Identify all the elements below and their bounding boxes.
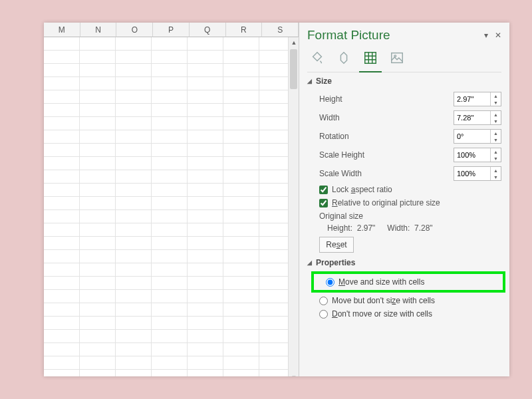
cell[interactable]: [44, 77, 80, 90]
scale-height-value[interactable]: [454, 148, 490, 162]
spin-down-icon[interactable]: ▼: [491, 136, 501, 143]
cell[interactable]: [188, 90, 223, 104]
cell[interactable]: [80, 343, 116, 356]
cell[interactable]: [44, 263, 80, 277]
cell[interactable]: [259, 117, 288, 130]
spin-down-icon[interactable]: ▼: [491, 99, 501, 106]
cell[interactable]: [152, 170, 188, 184]
panel-close-icon[interactable]: ✕: [495, 31, 501, 40]
cell[interactable]: [188, 144, 223, 157]
properties-section-header[interactable]: ◢ Properties: [307, 258, 501, 267]
cell[interactable]: [259, 77, 288, 90]
cell[interactable]: [152, 117, 188, 130]
cell[interactable]: [223, 157, 259, 170]
cell[interactable]: [223, 223, 259, 237]
cell[interactable]: [259, 290, 288, 303]
cell[interactable]: [116, 343, 152, 356]
cell[interactable]: [259, 130, 288, 144]
move-no-size-radio[interactable]: [319, 297, 328, 305]
cell[interactable]: [116, 90, 152, 104]
cell[interactable]: [44, 277, 80, 290]
effects-tab-icon[interactable]: [335, 49, 352, 66]
spin-up-icon[interactable]: ▲: [491, 148, 501, 155]
cell[interactable]: [188, 37, 223, 51]
height-value[interactable]: [454, 92, 490, 106]
cell[interactable]: [44, 64, 80, 77]
cell[interactable]: [188, 356, 223, 370]
cell[interactable]: [188, 51, 223, 64]
cell[interactable]: [223, 90, 259, 104]
cell[interactable]: [152, 277, 188, 290]
cell[interactable]: [152, 51, 188, 64]
cell[interactable]: [44, 37, 80, 51]
cell[interactable]: [80, 370, 116, 376]
cell[interactable]: [188, 303, 223, 317]
cell[interactable]: [116, 263, 152, 277]
cell[interactable]: [80, 130, 116, 144]
cell[interactable]: [116, 170, 152, 184]
cell[interactable]: [44, 51, 80, 64]
cell[interactable]: [116, 104, 152, 117]
cell[interactable]: [259, 317, 288, 330]
cell[interactable]: [188, 117, 223, 130]
spin-up-icon[interactable]: ▲: [491, 92, 501, 99]
cell[interactable]: [116, 223, 152, 237]
cell[interactable]: [223, 197, 259, 210]
cell[interactable]: [223, 37, 259, 51]
cell[interactable]: [259, 144, 288, 157]
cell[interactable]: [259, 157, 288, 170]
cell[interactable]: [188, 104, 223, 117]
cell[interactable]: [188, 290, 223, 303]
cell[interactable]: [259, 303, 288, 317]
spin-down-icon[interactable]: ▼: [491, 155, 501, 162]
cell[interactable]: [223, 330, 259, 343]
cell[interactable]: [223, 237, 259, 250]
cell[interactable]: [259, 64, 288, 77]
column-header[interactable]: N: [80, 23, 117, 37]
cell[interactable]: [44, 197, 80, 210]
cell[interactable]: [223, 77, 259, 90]
cell[interactable]: [80, 223, 116, 237]
cell[interactable]: [152, 263, 188, 277]
cell[interactable]: [80, 303, 116, 317]
cell[interactable]: [223, 210, 259, 223]
height-input[interactable]: ▲▼: [454, 92, 501, 106]
cell[interactable]: [44, 170, 80, 184]
scroll-thumb[interactable]: [290, 49, 297, 89]
cell[interactable]: [223, 370, 259, 376]
cell[interactable]: [188, 157, 223, 170]
picture-tab-icon[interactable]: [388, 49, 406, 66]
cell[interactable]: [80, 90, 116, 104]
cell[interactable]: [188, 197, 223, 210]
cell[interactable]: [80, 104, 116, 117]
cell[interactable]: [223, 51, 259, 64]
cell[interactable]: [80, 117, 116, 130]
spin-down-icon[interactable]: ▼: [491, 174, 501, 180]
cell[interactable]: [80, 144, 116, 157]
cell[interactable]: [188, 263, 223, 277]
vertical-scrollbar[interactable]: ▲ ▼: [288, 37, 299, 376]
scale-width-value[interactable]: [454, 167, 490, 180]
rotation-value[interactable]: [454, 130, 490, 143]
cell[interactable]: [152, 343, 188, 356]
cell[interactable]: [223, 184, 259, 197]
cell[interactable]: [80, 51, 116, 64]
cell[interactable]: [116, 303, 152, 317]
cell[interactable]: [116, 64, 152, 77]
cell[interactable]: [152, 197, 188, 210]
cell[interactable]: [116, 144, 152, 157]
cell[interactable]: [116, 370, 152, 376]
cell[interactable]: [44, 290, 80, 303]
cell[interactable]: [116, 317, 152, 330]
cell[interactable]: [44, 330, 80, 343]
cell[interactable]: [80, 237, 116, 250]
cell[interactable]: [116, 37, 152, 51]
move-size-cells-radio[interactable]: [326, 278, 334, 287]
cell[interactable]: [44, 104, 80, 117]
cell[interactable]: [44, 157, 80, 170]
cell-grid[interactable]: [44, 37, 288, 376]
column-header[interactable]: S: [262, 23, 299, 37]
cell[interactable]: [116, 330, 152, 343]
lock-aspect-checkbox[interactable]: [319, 186, 328, 194]
reset-button[interactable]: Reset: [319, 237, 354, 253]
